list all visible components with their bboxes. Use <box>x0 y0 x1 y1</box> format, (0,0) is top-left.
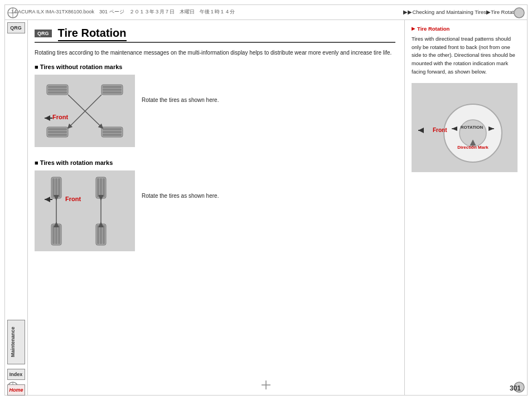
qrg-badge: QRG <box>35 30 52 37</box>
svg-text:ROTATION: ROTATION <box>461 125 483 130</box>
right-note-title: Tire Rotation <box>412 26 521 32</box>
svg-rect-22 <box>48 134 67 136</box>
section2-heading: Tires with rotation marks <box>35 159 395 166</box>
page-title: Tire Rotation <box>58 27 127 41</box>
svg-rect-18 <box>103 91 122 94</box>
page-number: 301 <box>510 384 521 392</box>
header-bar: 14 ACURA ILX IMA-31TX86100.book 301 ページ … <box>4 4 528 20</box>
svg-rect-26 <box>103 134 122 136</box>
svg-rect-17 <box>103 89 122 91</box>
toc-button[interactable]: Maintenance <box>7 320 25 364</box>
svg-rect-21 <box>48 131 67 133</box>
svg-rect-38 <box>97 178 99 197</box>
svg-rect-35 <box>55 178 57 197</box>
sidebar: QRG Maintenance Index Home <box>4 20 28 396</box>
intro-text: Rotating tires according to the maintena… <box>35 48 395 57</box>
svg-rect-44 <box>52 225 55 244</box>
file-info: 14 ACURA ILX IMA-31TX86100.book 301 ページ … <box>11 8 403 16</box>
title-row: QRG Tire Rotation <box>35 27 395 43</box>
right-note-text: Tires with directional tread patterns sh… <box>412 35 521 76</box>
svg-rect-32 <box>35 170 135 251</box>
index-button[interactable]: Index <box>7 369 25 380</box>
svg-rect-13 <box>48 89 67 91</box>
corner-decoration-tl <box>7 7 19 19</box>
left-panel: QRG Tire Rotation Rotating tires accordi… <box>28 20 405 396</box>
svg-rect-14 <box>48 91 67 94</box>
breadcrumb: ▶▶Checking and Maintaining Tires▶Tire Ro… <box>403 9 521 15</box>
maintenance-label: Maintenance <box>10 327 16 358</box>
svg-rect-46 <box>58 225 60 244</box>
tire-diagram-1: Front <box>35 75 135 147</box>
section2-instruction: Rotate the tires as shown here. <box>142 193 219 199</box>
section1-heading: Tires without rotation marks <box>35 64 395 70</box>
section1-instruction: Rotate the tires as shown here. <box>142 97 219 103</box>
home-button[interactable]: Home <box>7 384 25 396</box>
main-content: QRG Tire Rotation Rotating tires accordi… <box>28 20 528 396</box>
svg-text:Front: Front <box>433 127 447 133</box>
svg-text:Front: Front <box>52 114 68 120</box>
right-panel: Tire Rotation Tires with directional tre… <box>405 20 528 396</box>
svg-rect-40 <box>103 178 105 197</box>
svg-rect-24 <box>103 128 122 130</box>
svg-rect-20 <box>48 128 67 130</box>
svg-point-3 <box>514 8 524 18</box>
svg-rect-45 <box>55 225 57 244</box>
svg-rect-12 <box>48 86 67 88</box>
tire-diagram-2: Front <box>35 170 135 251</box>
svg-rect-48 <box>97 225 99 244</box>
rotation-diagram: ROTATION Direction Mark Front <box>412 83 518 172</box>
qrg-button[interactable]: QRG <box>7 22 25 33</box>
svg-rect-39 <box>100 178 102 197</box>
svg-rect-50 <box>103 225 105 244</box>
svg-rect-36 <box>58 178 60 197</box>
svg-rect-49 <box>100 225 102 244</box>
svg-rect-34 <box>52 178 55 197</box>
svg-text:Front: Front <box>65 196 81 202</box>
corner-decoration-tr <box>513 7 525 19</box>
svg-rect-16 <box>103 86 122 88</box>
svg-rect-25 <box>103 131 122 133</box>
